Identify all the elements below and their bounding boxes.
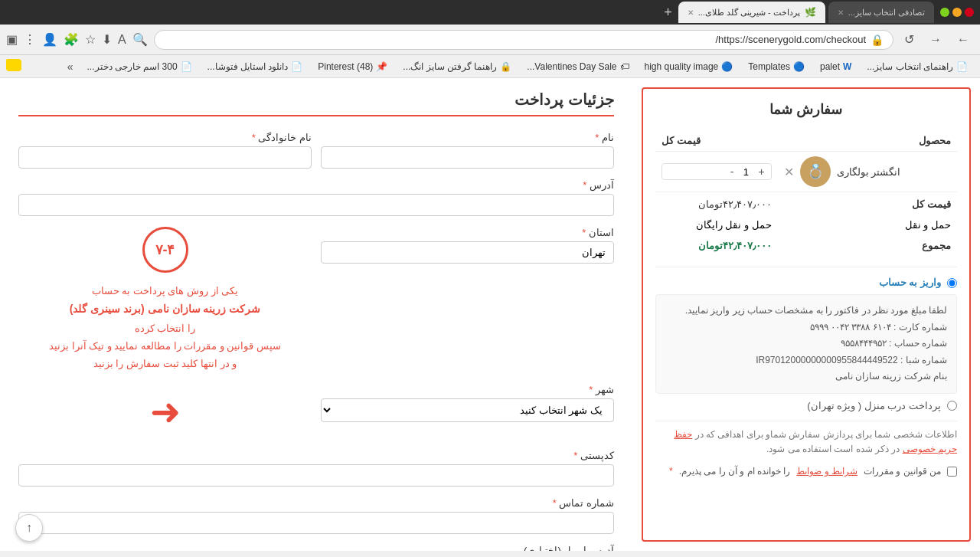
terms-checkbox[interactable] xyxy=(947,467,957,477)
remove-button[interactable]: ✕ xyxy=(784,165,794,179)
account-card: شماره کارت : ۶۱۰۴ ۳۳۸۸ ۰۰۴۲ ۵۹۹۹ xyxy=(665,319,947,336)
first-name-label: نام * xyxy=(321,132,614,143)
qty-number: 1 xyxy=(738,166,753,178)
order-panel: سفارش شما محصول قیمت کل انگشتر بولگاری 💍 xyxy=(642,87,971,542)
tab-active[interactable]: 🌿 پرداخت - شیرینی گلد طلای... ✕ xyxy=(678,2,825,23)
address-bar[interactable]: 🔒 https://scenerygold.com/checkout/ xyxy=(154,30,893,50)
shipping-row: حمل و نقل حمل و نقل رایگان xyxy=(655,216,957,234)
bookmark-label: راهنما گرفتن سایز انگ... xyxy=(403,61,497,72)
required-star: * xyxy=(583,179,586,191)
arrow-section: ➜ xyxy=(18,384,312,439)
city-row: شهر * یک شهر انتخاب کنید ➜ xyxy=(18,384,614,439)
bookmark-item[interactable]: 🏷 Valentines Day Sale... xyxy=(521,60,635,74)
bookmark-item[interactable]: 🔵 high quality image xyxy=(639,60,740,74)
extensions-icon[interactable]: 🧩 xyxy=(64,32,79,47)
bookmark-label: palet xyxy=(820,61,840,72)
sidebar-icon[interactable]: ▣ xyxy=(6,32,18,47)
step-badge-text: ۷-۴ xyxy=(155,241,175,258)
arrow-icon: ➜ xyxy=(150,390,181,433)
download-icon[interactable]: ⬇ xyxy=(102,32,112,47)
bookmark-item[interactable]: 📄 300 اسم خارجی دختر... xyxy=(81,60,198,74)
instruction-line4: سپس قوانین و مقررات را مطالعه نمایید و ت… xyxy=(18,337,312,355)
privacy-notice: اطلاعات شخصی شما برای پردازش سفارش شماو … xyxy=(655,421,957,457)
new-tab-button[interactable]: + xyxy=(661,5,675,21)
required-star: * xyxy=(595,132,599,143)
back-button[interactable]: ← xyxy=(952,31,974,48)
subtotal-value: ۴۲٫۴۰۷٫۰۰۰تومان xyxy=(655,192,778,217)
bookmark-item[interactable]: 📌 (48) Pinterest xyxy=(312,60,394,74)
shipping-value: حمل و نقل رایگان xyxy=(655,216,778,234)
bookmark-item[interactable]: 📄 راهنمای انتخاب سایز... xyxy=(861,60,974,74)
last-name-group: نام خانوادگی * xyxy=(18,132,312,169)
payment-instruction: یکی از روش های پرداخت به حساب شرکت زرینه… xyxy=(18,282,312,373)
bookmark-label: Templates xyxy=(748,61,790,72)
instruction-line5: و در انتها کلید ثبت سفارش را بزنید xyxy=(18,355,312,372)
subtotal-label: قیمت کل xyxy=(778,192,957,217)
total-row: مجموع ۴۲٫۴۰۷٫۰۰۰تومان xyxy=(655,234,957,257)
scroll-up-button[interactable]: ↑ xyxy=(15,514,43,542)
chevron-up-icon: ↑ xyxy=(26,521,32,535)
tab-inactive[interactable]: تصادفی انتخاب سایز... ✕ xyxy=(828,2,934,23)
first-name-input[interactable] xyxy=(321,146,614,169)
bookmark-item[interactable]: 📄 دانلود استایل فتوشا... xyxy=(201,60,309,74)
bookmark-icon: 📄 xyxy=(181,61,192,72)
last-name-input[interactable] xyxy=(18,146,312,169)
qty-control: + 1 - xyxy=(662,163,772,180)
subtotal-row: قیمت کل ۴۲٫۴۰۷٫۰۰۰تومان xyxy=(655,192,957,217)
privacy-text: اطلاعات شخصی شما برای پردازش سفارش شماو … xyxy=(695,429,957,440)
city-select[interactable]: یک شهر انتخاب کنید xyxy=(321,398,614,422)
postal-input[interactable] xyxy=(18,464,614,487)
name-row: نام * نام خانوادگی * xyxy=(18,132,614,169)
phone-input[interactable] xyxy=(18,512,614,534)
terms-link[interactable]: شرایط و ضوابط xyxy=(796,466,858,477)
ring-icon: 💍 xyxy=(807,163,824,180)
bookmark-item[interactable]: W palet xyxy=(814,60,858,74)
close-icon[interactable]: ✕ xyxy=(838,8,844,17)
step-badge: ۷-۴ xyxy=(142,227,188,273)
bookmark-item[interactable]: 🔵 Templates xyxy=(742,60,811,74)
address-text: https://scenerygold.com/checkout/ xyxy=(715,34,866,45)
privacy-text2: در ذکر شده است استفاده می شود. xyxy=(766,444,900,454)
minimize-button[interactable] xyxy=(952,8,962,17)
search-icon[interactable]: 🔍 xyxy=(132,32,148,47)
required-star: * xyxy=(589,384,593,395)
qty-plus-button[interactable]: + xyxy=(756,165,766,178)
nav-bar: ← → ↺ 🔒 https://scenerygold.com/checkout… xyxy=(0,25,980,55)
maximize-button[interactable] xyxy=(940,8,949,17)
address-input[interactable] xyxy=(18,194,614,216)
bookmark-icon: 🔵 xyxy=(793,61,805,72)
nav-icons: 🔍 A ⬇ ☆ 🧩 👤 ⋮ ▣ xyxy=(6,32,148,47)
door-payment-radio[interactable] xyxy=(947,401,957,411)
bookmark-star-icon[interactable]: ☆ xyxy=(85,32,96,47)
bookmark-icon: 🔵 xyxy=(721,61,733,72)
tab-label: تصادفی انتخاب سایز... xyxy=(848,8,925,18)
required-star: * xyxy=(252,132,256,143)
required-star: * xyxy=(573,450,577,461)
qty-minus-button[interactable]: - xyxy=(729,165,736,178)
profile-icon[interactable]: 👤 xyxy=(42,32,57,47)
refresh-button[interactable]: ↺ xyxy=(900,31,919,48)
province-input[interactable] xyxy=(321,241,614,264)
email-row: آدرس ایمیل (اختیاری) xyxy=(18,545,614,551)
instruction-company: شرکت زرینه سازان نامی (برند سینری گلد) xyxy=(70,303,261,315)
address-label: آدرس * xyxy=(18,179,614,191)
required-star: * xyxy=(582,227,586,238)
postal-group: کدپستی * xyxy=(18,450,614,487)
settings-icon[interactable]: ⋮ xyxy=(24,32,36,47)
first-name-group: نام * xyxy=(321,132,614,169)
bookmarks-more[interactable]: » xyxy=(63,59,78,74)
tab-label: پرداخت - شیرینی گلد طلای... xyxy=(698,8,800,18)
forward-button[interactable]: → xyxy=(925,31,946,48)
product-image: 💍 xyxy=(800,156,831,187)
page-content: سفارش شما محصول قیمت کل انگشتر بولگاری 💍 xyxy=(0,78,980,551)
close-icon[interactable]: ✕ xyxy=(688,8,694,17)
phone-row: شماره تماس * xyxy=(18,497,614,534)
wire-instruction: لطفا مبلغ مورد نظر در فاکتور را به مشخصا… xyxy=(665,303,947,319)
payment-wire-label: واریز به حساب xyxy=(879,277,941,288)
close-button[interactable] xyxy=(965,8,974,17)
terms-text2: را خوانده ام و آن را می پذیرم. xyxy=(679,466,791,477)
payment-wire-radio[interactable] xyxy=(947,278,957,288)
bookmark-item[interactable]: 🔒 راهنما گرفتن سایز انگ... xyxy=(397,60,518,74)
bookmark-icon: 🏷 xyxy=(620,61,629,72)
font-icon[interactable]: A xyxy=(118,33,126,47)
